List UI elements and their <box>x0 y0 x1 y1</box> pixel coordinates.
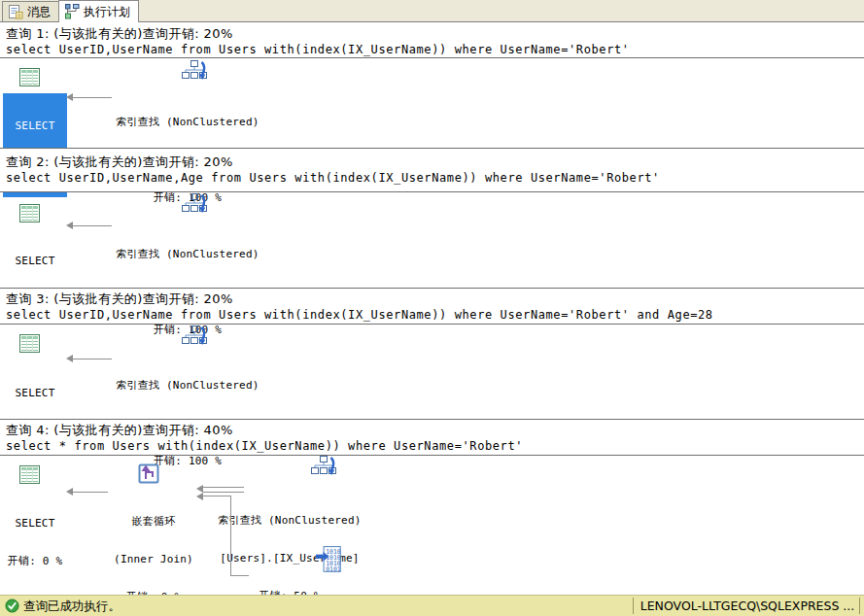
tab-execution-plan[interactable]: 执行计划 <box>58 0 139 22</box>
query1-sql: select UserID,UserName from Users with(i… <box>6 43 858 57</box>
query1-header: 查询 1: (与该批有关的)查询开销: 20% select UserID,Us… <box>0 23 864 58</box>
results-tabbar: 消息 执行计划 <box>0 0 864 22</box>
query4-sql: select * from Users with(index(IX_UserNa… <box>6 439 858 454</box>
nested-loops-subtitle: (Inner Join) <box>103 553 204 565</box>
messages-icon <box>8 4 23 19</box>
query3-title: 查询 3: (与该批有关的)查询开销: 20% <box>6 291 858 306</box>
tab-execution-plan-label: 执行计划 <box>84 4 130 20</box>
key-lookup-icon <box>315 545 344 574</box>
plan-edge-arrowhead <box>66 488 73 496</box>
query2-header: 查询 2: (与该批有关的)查询开销: 20% select UserID,Us… <box>0 148 864 192</box>
query1-title: 查询 1: (与该批有关的)查询开销: 20% <box>6 26 858 41</box>
plan-edge-arrowhead <box>196 485 203 493</box>
index-seek-title: 索引查找 (NonClustered) <box>100 248 275 260</box>
execution-plan-pane: 消息 执行计划 查询 1: (与该批有关的)查询开销: 20% select U… <box>0 0 864 616</box>
result-grid-icon <box>16 330 43 358</box>
status-separator <box>859 598 860 614</box>
index-seek-title: 索引查找 (NonClustered) <box>100 379 275 392</box>
status-server: LENOVOL-LLTGECQ\SQLEXPRESS ... <box>638 599 857 613</box>
plan-edge-arrowhead <box>66 355 73 362</box>
query4-title: 查询 4: (与该批有关的)查询开销: 40% <box>6 423 858 437</box>
select-label: SELECT <box>3 120 67 132</box>
index-seek-icon <box>181 59 208 86</box>
plan-node-select-q4[interactable]: SELECT 开销: 0 % <box>0 492 70 593</box>
plan-edge-arrowhead <box>196 493 203 500</box>
result-grid-icon <box>16 200 43 227</box>
select-label: SELECT <box>0 387 70 399</box>
query3-sql: select UserID,UserName from Users with(i… <box>6 308 858 323</box>
index-seek-title: 索引查找 (NonClustered) <box>211 514 368 527</box>
query3-header: 查询 3: (与该批有关的)查询开销: 20% select UserID,Us… <box>0 288 864 325</box>
query2-title: 查询 2: (与该批有关的)查询开销: 20% <box>6 154 858 169</box>
plan-edge <box>203 496 231 496</box>
success-check-icon <box>5 599 19 613</box>
tab-messages-label: 消息 <box>27 4 51 20</box>
index-seek-title: 索引查找 (NonClustered) <box>100 116 275 128</box>
status-bar: 查询已成功执行。 LENOVOL-LLTGECQ\SQLEXPRESS ... <box>0 595 864 616</box>
result-grid-icon <box>16 64 43 91</box>
plan-edge-arrowhead <box>66 222 73 229</box>
query2-sql: select UserID,UserName,Age from Users wi… <box>6 171 858 186</box>
select-label: SELECT <box>0 255 70 267</box>
index-seek-icon <box>310 455 337 482</box>
nested-loops-title: 嵌套循环 <box>103 515 204 528</box>
status-separator <box>633 598 634 614</box>
result-grid-icon <box>16 462 43 489</box>
index-seek-icon <box>181 192 208 220</box>
select-label: SELECT <box>0 517 70 530</box>
execution-plan-icon <box>64 4 80 19</box>
plan-edge <box>230 496 231 576</box>
select-cost: 开销: 0 % <box>0 555 70 567</box>
query4-header: 查询 4: (与该批有关的)查询开销: 40% select * from Us… <box>0 419 864 456</box>
index-seek-cost: 开销: 100 % <box>100 455 275 467</box>
tab-messages[interactable]: 消息 <box>2 1 59 21</box>
index-seek-icon <box>181 325 208 352</box>
status-message: 查询已成功执行。 <box>23 599 121 615</box>
plan-edge-arrowhead <box>66 93 73 101</box>
index-seek-object: [Users].[IX_UserName] <box>211 552 368 565</box>
nested-loops-icon <box>135 460 162 487</box>
